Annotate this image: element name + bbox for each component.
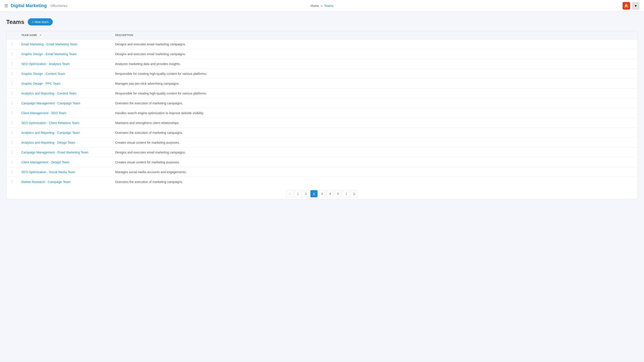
team-name-link[interactable]: Graphic Design - Content Team [21,72,65,75]
chevron-down-icon: ▼ [634,4,637,7]
row-desc-cell: Analyzes marketing data and provides ins… [112,59,638,69]
table-header-row: TEAM NAME ▼ DESCRIPTION [6,31,638,39]
table-row: ⋮ Graphic Design - Content Team Responsi… [6,69,638,79]
team-name-link[interactable]: Analytics and Reporting - Campaign Team [21,131,80,134]
team-description: Creates visual content for marketing pur… [115,141,180,144]
col-header-name: TEAM NAME ▼ [18,31,112,39]
row-menu-dots[interactable]: ⋮ [10,180,14,184]
pagination-page-2[interactable]: 2 [310,190,318,197]
new-team-button[interactable]: + New team [28,18,52,25]
row-desc-cell: Creates visual content for marketing pur… [112,138,638,147]
row-menu-dots[interactable]: ⋮ [10,170,14,174]
team-name-link[interactable]: Campaign Management - Campaign Team [21,101,80,105]
team-name-link[interactable]: Market Research - Campaign Team [21,180,71,184]
row-menu-dots[interactable]: ⋮ [10,121,14,125]
table-row: ⋮ Market Research - Campaign Team Overse… [6,177,638,187]
team-description: Handles search engine optimization to im… [115,111,204,115]
page-header: Teams + New team [6,18,638,25]
new-team-label: + New team [32,20,48,24]
breadcrumb-current: Teams [324,4,334,7]
row-menu-cell: ⋮ [6,88,18,98]
main-content: Teams + New team TEAM NAME ▼ DESCRIPTION [0,12,644,206]
team-description: Responsible for creating high-quality co… [115,92,207,95]
row-menu-dots[interactable]: ⋮ [10,62,14,66]
row-desc-cell: Oversees the execution of marketing camp… [112,98,638,108]
team-name-link[interactable]: Client Management - SEO Team [21,111,66,115]
bell-icon: 🔔 [624,3,628,8]
pagination-page-3[interactable]: 3 [318,190,326,197]
team-description: Manages social media accounts and engage… [115,170,186,174]
notification-button[interactable]: 🔔 [622,2,630,9]
pagination-page-1[interactable]: 1 [302,190,310,197]
row-menu-dots[interactable]: ⋮ [10,131,14,134]
team-name-link[interactable]: SEO Optimization - Client Relations Team [21,121,80,125]
row-name-cell: Email Marketing - Email Marketing Team [18,39,112,49]
pagination-next-button[interactable]: ⟩ [342,190,350,197]
pagination: ⟨⟨ ⟨ 1 2 3 4 5 ⟩ ⟩⟩ [6,187,638,199]
user-dropdown-button[interactable]: ▼ [632,2,640,9]
row-menu-cell: ⋮ [6,138,18,147]
page-title: Teams [6,18,24,25]
table-row: ⋮ Analytics and Reporting - Campaign Tea… [6,128,638,138]
row-menu-cell: ⋮ [6,118,18,128]
row-desc-cell: Manages pay-per-click advertising campai… [112,79,638,88]
table-row: ⋮ SEO Optimization - Social Media Team M… [6,167,638,177]
team-name-link[interactable]: SEO Optimization - Analytics Team [21,62,70,66]
row-menu-dots[interactable]: ⋮ [10,91,14,95]
pagination-prev-button[interactable]: ⟨ [294,190,302,197]
team-description: Manages pay-per-click advertising campai… [115,82,180,85]
row-desc-cell: Responsible for creating high-quality co… [112,69,638,79]
team-description: Creates visual content for marketing pur… [115,160,180,164]
row-desc-cell: Manages social media accounts and engage… [112,167,638,177]
team-description: Analyzes marketing data and provides ins… [115,62,181,66]
row-menu-cell: ⋮ [6,167,18,177]
row-desc-cell: Responsible for creating high-quality co… [112,88,638,98]
row-menu-dots[interactable]: ⋮ [10,141,14,144]
team-name-link[interactable]: Analytics and Reporting - Content Team [21,92,76,95]
row-name-cell: Analytics and Reporting - Design Team [18,138,112,147]
table-row: ⋮ SEO Optimization - Client Relations Te… [6,118,638,128]
row-menu-dots[interactable]: ⋮ [10,111,14,115]
filter-icon[interactable]: ▼ [39,34,42,36]
breadcrumb-home[interactable]: Home [310,4,319,7]
row-menu-cell: ⋮ [6,108,18,118]
pagination-page-4[interactable]: 4 [326,190,334,197]
row-menu-dots[interactable]: ⋮ [10,160,14,164]
row-menu-dots[interactable]: ⋮ [10,52,14,56]
row-desc-cell: Handles search engine optimization to im… [112,108,638,118]
row-menu-cell: ⋮ [6,128,18,138]
row-name-cell: Analytics and Reporting - Content Team [18,88,112,98]
table-row: ⋮ Campaign Management - Campaign Team Ov… [6,98,638,108]
team-name-link[interactable]: Client Management - Design Team [21,160,69,164]
row-menu-dots[interactable]: ⋮ [10,42,14,46]
row-menu-dots[interactable]: ⋮ [10,101,14,105]
table-row: ⋮ Analytics and Reporting - Content Team… [6,88,638,98]
row-menu-dots[interactable]: ⋮ [10,72,14,75]
table-row: ⋮ Email Marketing - Email Marketing Team… [6,39,638,49]
row-menu-cell: ⋮ [6,69,18,79]
row-desc-cell: Oversees the execution of marketing camp… [112,177,638,187]
col-header-desc: DESCRIPTION [112,31,638,39]
team-description: Oversees the execution of marketing camp… [115,131,183,134]
pagination-last-button[interactable]: ⟩⟩ [350,190,358,197]
team-name-link[interactable]: Graphic Design - PPC Team [21,82,60,85]
row-menu-dots[interactable]: ⋮ [10,150,14,154]
table-row: ⋮ Client Management - SEO Team Handles s… [6,108,638,118]
team-description: Oversees the execution of marketing camp… [115,180,183,184]
col-header-menu [6,31,18,39]
hamburger-icon[interactable]: ☰ [4,3,8,8]
row-menu-dots[interactable]: ⋮ [10,81,14,85]
team-name-link[interactable]: SEO Optimization - Social Media Team [21,170,75,174]
pagination-page-5[interactable]: 5 [334,190,342,197]
table-row: ⋮ Client Management - Design Team Create… [6,157,638,167]
pagination-first-button[interactable]: ⟨⟨ [286,190,294,197]
team-name-link[interactable]: Email Marketing - Email Marketing Team [21,42,77,46]
row-desc-cell: Designs and executes email marketing cam… [112,49,638,59]
team-name-link[interactable]: Graphic Design - Email Marketing Team [21,52,76,56]
team-name-link[interactable]: Analytics and Reporting - Design Team [21,141,75,144]
row-menu-cell: ⋮ [6,49,18,59]
team-name-link[interactable]: Campaign Management - Email Marketing Te… [21,151,88,154]
row-name-cell: Graphic Design - Content Team [18,69,112,79]
table-row: ⋮ Campaign Management - Email Marketing … [6,147,638,157]
row-name-cell: Client Management - SEO Team [18,108,112,118]
